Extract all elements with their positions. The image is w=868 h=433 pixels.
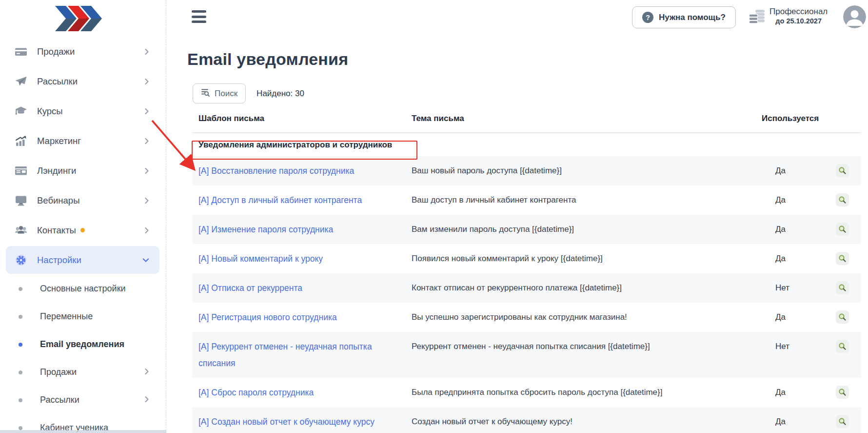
preview-button[interactable]	[836, 340, 849, 353]
preview-button[interactable]	[836, 415, 849, 428]
preview-button[interactable]	[836, 164, 849, 177]
sidebar-item-label: Рассылки	[37, 76, 78, 87]
preview-button[interactable]	[836, 252, 849, 265]
bullet-dot	[19, 343, 22, 347]
bullet-dot	[19, 398, 22, 402]
preview-button[interactable]	[836, 386, 849, 399]
sidebar-item-courses[interactable]: Курсы	[0, 96, 165, 126]
page-title: Email уведомления	[187, 50, 348, 69]
chevron-right-icon	[143, 227, 151, 234]
template-link[interactable]: [A] Рекуррент отменен - неудачная попытк…	[198, 342, 372, 368]
table-row: [A] Создан новый отчет к обучающему курс…	[192, 407, 861, 433]
sidebar-subitem-sales[interactable]: Продажи	[0, 358, 165, 386]
sidebar-item-landings[interactable]: Лэндинги	[0, 156, 165, 186]
filter-search-icon	[201, 88, 210, 100]
coins-icon	[748, 6, 766, 28]
table-row: [A] Рекуррент отменен - неудачная попытк…	[192, 332, 861, 378]
used-cell: Да	[762, 303, 830, 332]
template-link[interactable]: [A] Создан новый отчет к обучающему курс…	[198, 417, 375, 427]
table-row: [A] Сброс пароля сотрудника Была предпри…	[192, 378, 861, 407]
subject-cell: Вы успешно зарегистрированы как сотрудни…	[412, 303, 762, 332]
chevron-right-icon	[143, 167, 151, 175]
chevron-right-icon	[143, 395, 151, 405]
sidebar-subitem-mailings[interactable]: Рассылки	[0, 386, 165, 414]
brand-logo[interactable]	[52, 6, 107, 31]
preview-button[interactable]	[836, 223, 849, 236]
sidebar-item-sales[interactable]: Продажи	[0, 37, 165, 66]
used-cell: Да	[762, 407, 830, 433]
chevron-right-icon	[143, 197, 151, 205]
subject-cell: Создан новый отчет к обучающему курсу!	[412, 407, 762, 433]
tariff-plan[interactable]: Профессионал до 25.10.2027	[748, 6, 828, 28]
sidebar-item-label: Контакты	[37, 225, 76, 236]
chevron-right-icon	[143, 107, 151, 115]
template-link[interactable]: [A] Доступ в личный кабинет контрагента	[198, 195, 362, 205]
used-cell: Да	[762, 378, 830, 407]
sidebar-subitem-label: Email уведомления	[40, 339, 124, 350]
chevron-right-icon	[143, 48, 151, 56]
chevron-right-icon	[143, 137, 151, 145]
subject-cell: Ваш доступ в личный кабинет контрагента	[412, 186, 762, 215]
sidebar-item-label: Лэндинги	[37, 165, 76, 176]
subject-cell: Контакт отписан от рекуррентного платежа…	[412, 273, 762, 303]
email-templates-table: Шаблон письма Тема письма Используется У…	[192, 114, 861, 433]
magnifier-icon	[838, 342, 847, 351]
template-link[interactable]: [A] Новый комментарий к уроку	[198, 254, 323, 264]
sidebar-item-settings[interactable]: Настройки	[6, 246, 159, 274]
chevrons-logo-icon	[52, 6, 107, 31]
sidebar-subitem-label: Продажи	[40, 367, 77, 377]
question-circle-icon: ?	[642, 12, 653, 23]
template-link[interactable]: [A] Сброс пароля сотрудника	[198, 388, 314, 397]
preview-button[interactable]	[836, 193, 849, 206]
used-cell: Да	[762, 215, 830, 244]
paper-plane-icon	[15, 75, 27, 88]
sidebar-subitem-email-notifications[interactable]: Email уведомления	[0, 330, 165, 358]
sidebar-scrollbar[interactable]	[0, 430, 166, 433]
avatar[interactable]	[843, 5, 866, 28]
sidebar-item-contacts[interactable]: Контакты	[0, 215, 165, 245]
subject-cell: Была предпринята попытка сбросить пароль…	[412, 378, 762, 407]
template-link[interactable]: [A] Восстановление пароля сотрудника	[198, 166, 354, 176]
template-link[interactable]: [A] Регистрация нового сотрудника	[198, 312, 337, 322]
menu-toggle-button[interactable]	[192, 10, 206, 23]
subject-cell: Рекуррент отменен - неудачная попытка сп…	[412, 332, 762, 378]
template-link[interactable]: [A] Отписка от рекуррента	[198, 283, 302, 293]
bullet-dot	[19, 426, 22, 430]
sidebar-nav: Продажи Рассылки Кур	[0, 37, 165, 433]
sidebar-item-label: Курсы	[37, 106, 63, 117]
sidebar-subitem-variables[interactable]: Переменные	[0, 303, 165, 330]
table-row: [A] Новый комментарий к уроку Появился н…	[192, 244, 861, 273]
sidebar-subitem-general-settings[interactable]: Основные настройки	[0, 275, 165, 303]
chevron-right-icon	[143, 368, 151, 377]
sidebar: Продажи Рассылки Кур	[0, 0, 166, 433]
graduation-cap-icon	[15, 105, 27, 118]
found-count: Найдено: 30	[256, 89, 304, 99]
table-header: Шаблон письма Тема письма Используется	[192, 114, 861, 133]
sidebar-item-mailings[interactable]: Рассылки	[0, 66, 165, 96]
app-root: Продажи Рассылки Кур	[0, 0, 868, 433]
table-row: [A] Восстановление пароля сотрудника Ваш…	[192, 156, 861, 186]
plan-valid-until: до 25.10.2027	[775, 17, 822, 25]
template-link[interactable]: [A] Изменение пароля сотрудника	[198, 225, 333, 234]
menu-icon	[192, 10, 206, 13]
monitor-icon	[15, 194, 27, 207]
preview-button[interactable]	[836, 281, 849, 294]
search-button[interactable]: Поиск	[193, 83, 246, 103]
magnifier-icon	[838, 196, 847, 204]
gear-icon	[15, 254, 27, 267]
bullet-dot	[19, 315, 22, 319]
magnifier-icon	[838, 166, 847, 175]
table-row: [A] Доступ в личный кабинет контрагента …	[192, 186, 861, 215]
subject-cell: Появился новый комментарий к уроку [{dat…	[412, 244, 762, 273]
used-cell: Да	[762, 186, 830, 215]
chevron-right-icon	[143, 78, 151, 85]
sidebar-item-marketing[interactable]: Маркетинг	[0, 126, 165, 156]
magnifier-icon	[838, 225, 847, 233]
sidebar-item-webinars[interactable]: Вебинары	[0, 186, 165, 215]
preview-button[interactable]	[836, 310, 849, 324]
credit-card-icon	[15, 45, 27, 58]
used-cell: Да	[762, 156, 830, 186]
sidebar-subitem-label: Основные настройки	[40, 284, 126, 294]
magnifier-icon	[838, 417, 847, 426]
help-button[interactable]: ? Нужна помощь?	[632, 6, 736, 28]
